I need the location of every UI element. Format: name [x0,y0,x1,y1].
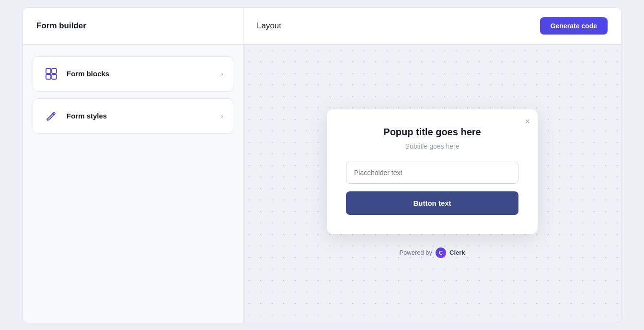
form-blocks-icon [43,65,60,82]
form-builder-title: Form builder [36,21,86,31]
header-right: Layout Generate code [243,8,621,44]
popup-input[interactable] [346,162,518,184]
powered-by-label: Powered by [399,249,432,256]
form-styles-icon [43,107,60,125]
form-blocks-label: Form blocks [67,70,109,78]
header: Form builder Layout Generate code [23,8,621,45]
clerk-logo-icon: C [436,248,446,258]
sidebar-item-form-blocks[interactable]: Form blocks › [33,56,233,92]
clerk-brand-name: Clerk [449,249,465,256]
popup-title: Popup title goes here [346,127,518,138]
form-blocks-chevron-icon: › [221,70,223,78]
svg-rect-1 [46,74,51,79]
popup-subtitle: Subtitle goes here [346,142,518,150]
sidebar-item-left: Form blocks [43,65,109,82]
sidebar-item-form-styles[interactable]: Form styles › [33,98,233,134]
popup-card: × Popup title goes here Subtitle goes he… [327,109,538,234]
header-left: Form builder [23,8,243,44]
layout-title: Layout [257,21,281,31]
form-styles-chevron-icon: › [221,112,223,120]
generate-code-button[interactable]: Generate code [540,17,608,35]
sidebar: Form blocks › Form styles › [23,45,243,323]
svg-rect-3 [52,74,57,79]
popup-button[interactable]: Button text [346,191,518,215]
powered-by: Powered by C Clerk [399,248,465,258]
layout-area: × Popup title goes here Subtitle goes he… [243,45,621,323]
app-container: Form builder Layout Generate code [23,7,621,323]
form-styles-label: Form styles [67,112,107,120]
svg-rect-0 [46,69,51,73]
sidebar-item-styles-left: Form styles [43,107,107,125]
main: Form blocks › Form styles › [23,45,621,323]
svg-rect-2 [52,69,57,73]
popup-close-button[interactable]: × [525,117,530,126]
